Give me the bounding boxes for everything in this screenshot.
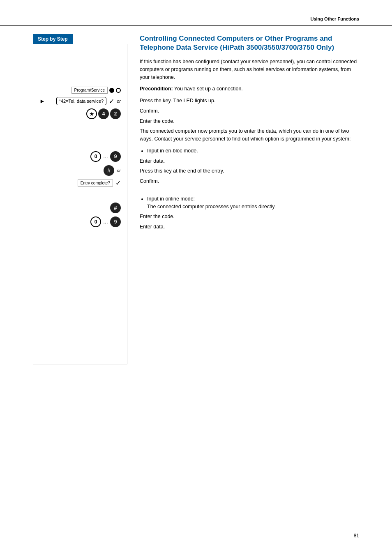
precondition: Precondition: You have set up a connecti… (140, 85, 359, 93)
main-content: Step by Step Program/Service ► *42=Tel. … (0, 26, 392, 364)
led-outline (116, 88, 121, 93)
checkmark-2: ✓ (115, 179, 121, 187)
digit-keys-2: 0 … 9 (90, 216, 121, 227)
step-row-codes: ★ 4 2 (37, 108, 121, 119)
arrow-icon: ► (39, 98, 45, 104)
step1-instruction: Press the key. The LED lights up. (140, 97, 359, 105)
main-title: Controlling Connected Computers or Other… (140, 34, 359, 52)
precondition-text: You have set up a connection. (174, 86, 243, 92)
hash-key-2: # (110, 203, 121, 213)
step-row-entry-complete: Entry complete? ✓ (37, 179, 121, 187)
star-key: ★ (86, 108, 97, 119)
two-key: 2 (110, 108, 121, 119)
nine-key: 9 (110, 151, 121, 162)
zero-key: 0 (90, 151, 101, 162)
enter-code-2: Enter the code. (140, 213, 359, 221)
enter-data-1: Enter data. (140, 157, 359, 165)
step-row-digits-2: 0 … 9 (37, 216, 121, 227)
nine-key-2: 9 (110, 216, 121, 227)
page-header: Using Other Functions (0, 0, 392, 26)
or-label-2: or (117, 168, 121, 173)
enter-data-2: Enter data. (140, 223, 359, 231)
code-keys: ★ 4 2 (86, 108, 121, 119)
four-key: 4 (98, 108, 109, 119)
data-entry-intro: The connected computer now prompts you t… (140, 127, 359, 143)
intro-text: If this function has been configured (co… (140, 58, 359, 81)
dots-1: … (103, 154, 108, 159)
checkmark-icon: ✓ (109, 97, 114, 105)
press-hash-instruction: Press this key at the end of the entry. (140, 167, 359, 175)
section-title: Using Other Functions (310, 16, 359, 21)
precondition-label: Precondition: (140, 86, 173, 92)
step-row-program-service: Program/Service (37, 87, 121, 94)
online-mode-item: Input in online mode: The connected comp… (147, 195, 359, 211)
confirm-instruction: Confirm. (140, 177, 359, 185)
hash-key: # (104, 165, 114, 176)
zero-key-2: 0 (90, 216, 101, 227)
step-row-hash: # or (37, 165, 121, 176)
entry-complete-key: Entry complete? (78, 180, 113, 187)
step3-instruction: Enter the code. (140, 117, 359, 125)
step-by-step-label: Step by Step (33, 34, 73, 44)
step2-instruction: Confirm. (140, 107, 359, 115)
step-row-hash-2: # (37, 203, 121, 213)
online-mode-list: Input in online mode: The connected comp… (147, 195, 359, 211)
star42-key: *42=Tel. data service? (56, 97, 107, 105)
left-panel: Step by Step Program/Service ► *42=Tel. … (33, 26, 127, 364)
right-panel: Controlling Connected Computers or Other… (127, 26, 359, 364)
input-modes-list: Input in en-bloc mode. (147, 147, 359, 155)
en-bloc-item: Input in en-bloc mode. (147, 147, 359, 155)
left-panel-body: Program/Service ► *42=Tel. data service?… (33, 44, 127, 364)
page-number: 81 (354, 533, 359, 539)
dots-2: … (103, 219, 108, 225)
led-filled (109, 88, 114, 93)
program-service-key: Program/Service (71, 87, 108, 94)
step-row-star42: ► *42=Tel. data service? ✓ or (37, 97, 121, 105)
or-label: or (117, 99, 121, 104)
digit-keys-1: 0 … 9 (90, 151, 121, 162)
step-row-digits-1: 0 … 9 (37, 151, 121, 162)
